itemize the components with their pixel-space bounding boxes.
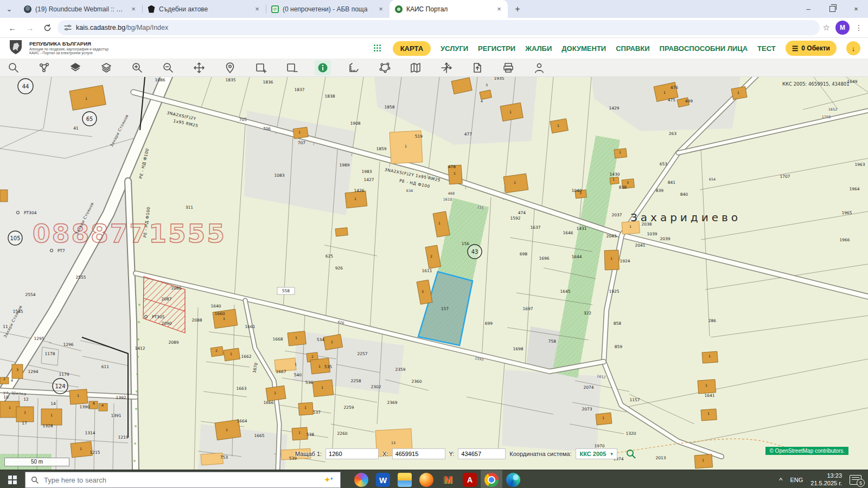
nav-registri[interactable]: РЕГИСТРИ: [478, 44, 515, 53]
nav-pravosposobni[interactable]: ПРАВОСПОСОБНИ ЛИЦА: [660, 44, 748, 53]
svg-text:1: 1: [405, 144, 407, 148]
svg-text:41: 41: [73, 126, 79, 131]
taskbar-word[interactable]: W: [372, 470, 394, 488]
agency-name: Агенция по геодезия, картография и кадас…: [29, 47, 108, 52]
new-tab-button[interactable]: +: [510, 2, 525, 17]
scale-input[interactable]: [326, 448, 379, 459]
info-tool-icon[interactable]: [315, 60, 331, 75]
profile-avatar[interactable]: M: [835, 21, 850, 35]
nav-test[interactable]: ТЕСТ: [757, 44, 776, 53]
objects-button[interactable]: ☰0 Обекти: [786, 41, 837, 56]
minimize-button[interactable]: –: [796, 0, 820, 18]
polygon-select-icon[interactable]: [376, 60, 393, 75]
taskbar-copilot[interactable]: [350, 470, 372, 488]
coordinates-axes-icon[interactable]: [438, 60, 455, 75]
omnibox[interactable]: kais.cadastre.bg/bg/Map/Index: [58, 20, 820, 35]
svg-text:1: 1: [230, 352, 232, 356]
back-button[interactable]: ←: [5, 21, 20, 35]
svg-text:2043: 2043: [606, 234, 616, 239]
x-input[interactable]: [392, 448, 445, 459]
system-tray: ^ ENG 13:23 21.5.2025 г. 5: [773, 470, 868, 488]
reload-button[interactable]: [40, 21, 54, 35]
tab-search-button[interactable]: ⌄: [0, 0, 18, 18]
close-window-button[interactable]: ×: [844, 0, 868, 18]
crs-dropdown[interactable]: ККС 2005 ▾: [576, 448, 617, 459]
taskbar-search[interactable]: ✦✦: [25, 472, 341, 488]
bookmark-star-icon[interactable]: ☆: [823, 23, 830, 33]
add-extent-icon[interactable]: [253, 60, 269, 75]
layers-filled-icon[interactable]: [67, 60, 84, 75]
svg-text:13: 13: [391, 441, 395, 445]
browser-menu-icon[interactable]: ⋮: [855, 23, 863, 32]
apps-grid-icon[interactable]: [374, 44, 382, 53]
date: 21.5.2025 г.: [810, 480, 842, 486]
language-indicator[interactable]: ENG: [790, 477, 803, 483]
zoom-out-icon[interactable]: [160, 60, 176, 75]
svg-text:706: 706: [263, 126, 271, 131]
y-input[interactable]: [458, 448, 506, 459]
taskbar-gmail[interactable]: M: [437, 470, 459, 488]
map-canvas[interactable]: 446510512443 0888771555ЗахаридиевоККС 20…: [0, 77, 868, 470]
svg-text:1983: 1983: [361, 169, 372, 174]
svg-text:699: 699: [485, 321, 493, 326]
search-highlights-icon[interactable]: ✦✦: [324, 475, 335, 485]
close-icon[interactable]: ×: [253, 5, 261, 14]
tab-abv-mail[interactable]: @ (0 непрочетени) - АБВ поща ×: [266, 0, 390, 18]
taskbar-clock[interactable]: 13:23 21.5.2025 г.: [810, 472, 842, 487]
forward-button[interactable]: →: [23, 21, 37, 35]
tab-roundcube[interactable]: (19) Roundcube Webmail :: Изг ×: [18, 0, 142, 18]
svg-text:10: 10: [3, 395, 9, 400]
close-icon[interactable]: ×: [129, 5, 138, 14]
coordinates-search-button[interactable]: [626, 448, 636, 459]
svg-text:1328: 1328: [42, 423, 53, 428]
svg-text:2302: 2302: [371, 384, 381, 389]
close-icon[interactable]: ×: [495, 5, 503, 14]
nav-karta[interactable]: КАРТА: [393, 41, 431, 56]
chrome-icon: [484, 473, 499, 487]
site-info-icon[interactable]: [64, 24, 72, 31]
download-objects-button[interactable]: ↓: [846, 41, 860, 55]
taskbar-explorer[interactable]: [394, 470, 416, 488]
svg-text:1646: 1646: [563, 230, 573, 235]
measure-tool-icon[interactable]: [346, 60, 362, 75]
nav-zhalbi[interactable]: ЖАЛБИ: [525, 44, 552, 53]
restore-button[interactable]: [820, 0, 844, 18]
notification-center-icon[interactable]: 5: [850, 475, 861, 485]
taskbar-chrome[interactable]: [481, 470, 502, 488]
start-button[interactable]: [0, 470, 25, 488]
tab-kais-portal[interactable]: КАИС Портал ×: [390, 0, 508, 18]
word-icon: W: [376, 473, 390, 487]
map-sheets-icon[interactable]: [407, 60, 424, 75]
tray-expand-icon[interactable]: ^: [779, 476, 782, 484]
svg-text:1215: 1215: [90, 450, 100, 455]
pan-tool-icon[interactable]: [191, 60, 207, 75]
tab-title: КАИС Портал: [406, 5, 491, 13]
taskbar-search-input[interactable]: [43, 476, 320, 485]
export-document-icon[interactable]: [469, 60, 486, 75]
tab-court-acts[interactable]: Съдебни актове ×: [142, 0, 266, 18]
svg-text:2090: 2090: [161, 321, 171, 326]
svg-text:2089: 2089: [168, 340, 178, 345]
nav-spravki[interactable]: СПРАВКИ: [616, 44, 649, 53]
selection-nodes-icon[interactable]: [36, 60, 53, 75]
svg-text:474: 474: [518, 210, 526, 215]
svg-text:1: 1: [80, 447, 82, 451]
taskbar-firefox[interactable]: [416, 470, 437, 488]
search-tool-icon[interactable]: [5, 60, 22, 75]
close-icon[interactable]: ×: [376, 5, 385, 14]
window-controls: – ×: [796, 0, 868, 18]
taskbar-acrobat[interactable]: A: [459, 470, 481, 488]
nav-uslugi[interactable]: УСЛУГИ: [441, 44, 468, 53]
profile-icon[interactable]: [531, 60, 547, 75]
print-icon[interactable]: [500, 60, 516, 75]
location-pin-icon[interactable]: [222, 60, 238, 75]
svg-text:1426: 1426: [354, 188, 364, 193]
svg-text:753: 753: [220, 455, 228, 460]
remove-extent-icon[interactable]: [284, 60, 300, 75]
taskbar-edge[interactable]: [502, 470, 524, 488]
nav-dokumenti[interactable]: ДОКУМЕНТИ: [561, 44, 606, 53]
layers-outline-icon[interactable]: [98, 60, 114, 75]
zoom-in-icon[interactable]: [129, 60, 145, 75]
taskbar: ✦✦ W M A ^ ENG 13:23 21.5.2025 г. 5: [0, 470, 868, 488]
svg-text:1: 1: [298, 431, 301, 434]
